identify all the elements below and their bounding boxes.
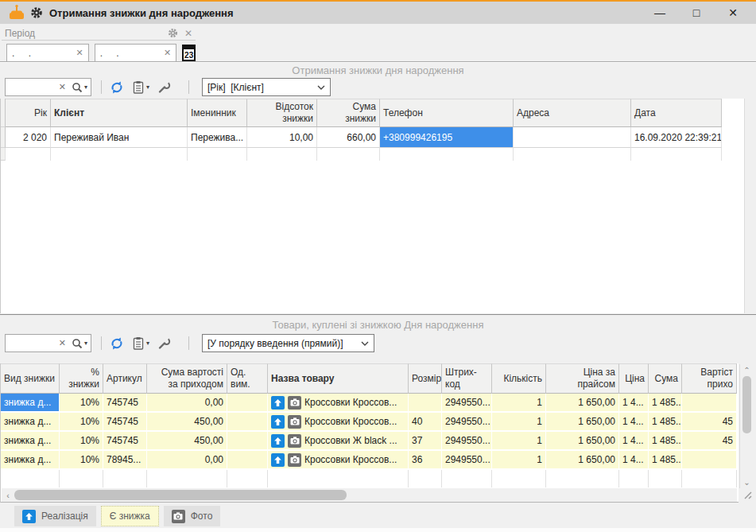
minimize-button[interactable]: — [642, 2, 678, 23]
cell[interactable]: 1 [492, 432, 546, 451]
settings-wrench-icon[interactable] [157, 80, 171, 94]
column-header[interactable]: Розмір [409, 363, 442, 394]
column-header[interactable]: Дата [631, 99, 722, 127]
section-splitter[interactable] [0, 314, 756, 316]
column-header[interactable]: Відсоток знижки [247, 99, 317, 127]
cell[interactable]: Кроссовки Кроссов... [268, 394, 409, 413]
cell[interactable]: 745745 [103, 432, 147, 451]
settings-wrench-icon[interactable] [157, 336, 171, 350]
date-to-input[interactable]: . . ✕ [95, 44, 177, 62]
cell[interactable]: Кроссовки Кроссов... [268, 451, 409, 470]
cell[interactable]: 2 020 [6, 127, 51, 148]
cell[interactable]: Кроссовки Ж black ... [268, 432, 409, 451]
legend-item-realizaciya[interactable]: Реалізація [14, 506, 96, 526]
cell[interactable]: 1 [492, 413, 546, 432]
cell[interactable]: 10% [60, 413, 103, 432]
column-header[interactable]: % знижки [60, 363, 103, 394]
cell[interactable]: 1 4... [619, 432, 649, 451]
cell[interactable]: 450,00 [147, 413, 227, 432]
date-from-input[interactable]: . . ✕ [6, 44, 89, 62]
cell[interactable]: 10% [60, 394, 103, 413]
cell[interactable] [227, 394, 268, 413]
cell[interactable] [227, 413, 268, 432]
maximize-button[interactable]: □ [678, 2, 715, 23]
column-header[interactable]: Назва товару [268, 363, 409, 394]
date-to-clear-icon[interactable]: ✕ [164, 48, 171, 58]
legend-item-discount[interactable]: Є знижка [101, 506, 159, 526]
search-clear-icon[interactable]: ✕ [59, 82, 66, 92]
cell[interactable] [409, 394, 442, 413]
cell[interactable]: 1 650,00 [546, 394, 619, 413]
column-header[interactable]: Іменинник [188, 99, 247, 127]
scrollbar-thumb[interactable] [14, 490, 347, 500]
refresh-icon[interactable] [110, 80, 124, 95]
cell[interactable]: 45 [682, 432, 737, 451]
cell[interactable]: 45 [682, 413, 737, 432]
column-header[interactable]: Артикул [103, 363, 147, 394]
search-icon[interactable]: ▾ [72, 82, 87, 93]
cell[interactable]: 1 [492, 394, 546, 413]
column-header[interactable]: Вид знижки [1, 363, 60, 394]
cell[interactable]: 10% [60, 432, 103, 451]
cell[interactable]: 40 [409, 413, 442, 432]
cell[interactable]: 1 650,00 [546, 432, 619, 451]
cell[interactable]: 0,00 [147, 451, 227, 470]
goods-vertical-scrollbar[interactable]: ⌃ ⌄ [739, 364, 754, 488]
cell[interactable]: 1 4... [619, 451, 649, 470]
column-header[interactable]: Од. вим. [227, 363, 268, 394]
cell[interactable]: 16.09.2020 22:39:21 [631, 127, 722, 148]
search-input[interactable]: ✕ ▾ [5, 78, 91, 96]
cell[interactable]: +380999426195 [380, 127, 514, 148]
goods-horizontal-scrollbar[interactable]: ‹ [2, 488, 737, 502]
cell[interactable]: знижка д... [1, 432, 60, 451]
column-header[interactable]: Рік [6, 99, 51, 127]
cell[interactable]: 1 4... [619, 394, 649, 413]
cell[interactable]: 1 485... [649, 432, 682, 451]
upload-icon[interactable] [271, 415, 285, 429]
cell[interactable]: знижка д... [1, 394, 60, 413]
goods-sort-dropdown[interactable]: [У порядку введення (прямий)] [202, 334, 374, 352]
column-header[interactable]: Адреса [514, 99, 631, 127]
clients-sort-dropdown[interactable]: [Рік] [Клієнт] [202, 78, 331, 96]
close-button[interactable]: ✕ [715, 2, 751, 23]
cell[interactable]: 745745 [103, 413, 147, 432]
report-icon[interactable]: ▾ [132, 336, 149, 351]
camera-icon[interactable] [288, 396, 301, 410]
cell[interactable]: 745745 [103, 394, 147, 413]
cell[interactable]: 660,00 [317, 127, 380, 148]
cell[interactable]: 78945... [103, 451, 147, 470]
cell[interactable] [227, 451, 268, 470]
cell[interactable]: Переживай Иван [51, 127, 188, 148]
refresh-icon[interactable] [110, 336, 124, 351]
search-clear-icon[interactable]: ✕ [59, 338, 66, 348]
camera-icon[interactable] [288, 415, 301, 429]
cell[interactable]: 2949550... [442, 413, 492, 432]
cell[interactable]: 0,00 [147, 394, 227, 413]
column-header[interactable]: Телефон [380, 99, 514, 127]
cell[interactable]: знижка д... [1, 451, 60, 470]
cell[interactable] [514, 127, 631, 148]
cell[interactable]: 1 650,00 [546, 413, 619, 432]
cell[interactable]: 1 650,00 [546, 451, 619, 470]
cell[interactable] [682, 451, 737, 470]
cell[interactable]: 450,00 [147, 432, 227, 451]
scroll-up-icon[interactable]: ⌃ [740, 366, 754, 375]
column-header[interactable]: Клієнт [51, 99, 188, 127]
camera-icon[interactable] [288, 453, 301, 467]
cell[interactable] [227, 432, 268, 451]
cell[interactable]: Кроссовки Кроссов... [268, 413, 409, 432]
resize-grip[interactable] [742, 490, 752, 502]
cell[interactable]: 1 485... [649, 394, 682, 413]
column-header[interactable]: Ціна [619, 363, 649, 394]
search-icon[interactable]: ▾ [72, 338, 87, 349]
cell[interactable]: 2949550... [442, 432, 492, 451]
date-from-clear-icon[interactable]: ✕ [76, 48, 83, 58]
clients-vertical-scrollbar[interactable] [744, 99, 756, 313]
period-close-icon[interactable]: ✕ [184, 28, 192, 39]
legend-item-photo[interactable]: Фото [164, 506, 221, 526]
cell[interactable]: 1 [492, 451, 546, 470]
report-icon[interactable]: ▾ [132, 80, 149, 95]
camera-icon[interactable] [288, 434, 301, 448]
upload-icon[interactable] [271, 396, 285, 410]
cell[interactable]: 2949550... [442, 451, 492, 470]
